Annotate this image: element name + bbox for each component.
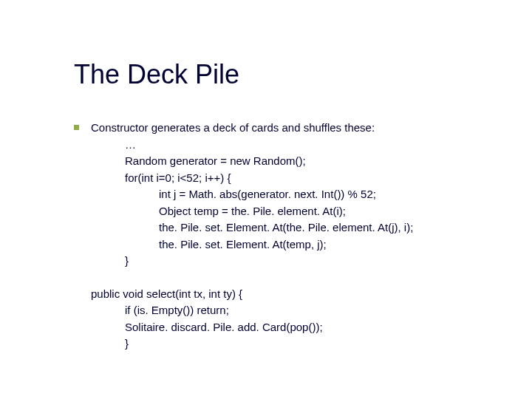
code-line: …	[91, 137, 466, 154]
slide-content: Constructor generates a deck of cards an…	[74, 120, 466, 352]
code-line: int j = Math. abs(generator. next. Int()…	[91, 186, 466, 203]
code-line: Random generator = new Random();	[91, 153, 466, 170]
slide-title: The Deck Pile	[74, 59, 466, 90]
code-line: }	[91, 335, 466, 352]
code-line: }	[91, 253, 466, 270]
code-line: if (is. Empty()) return;	[91, 302, 466, 319]
code-line: the. Pile. set. Element. At(the. Pile. e…	[91, 219, 466, 236]
bullet-text-block: Constructor generates a deck of cards an…	[91, 120, 466, 270]
code-line: for(int i=0; i<52; i++) {	[91, 170, 466, 187]
code-line: Solitaire. discard. Pile. add. Card(pop(…	[91, 319, 466, 336]
constructor-intro: Constructor generates a deck of cards an…	[91, 120, 466, 137]
bullet-item: Constructor generates a deck of cards an…	[74, 120, 466, 270]
slide: The Deck Pile Constructor generates a de…	[0, 0, 532, 352]
method-block: public void select(int tx, int ty) { if …	[74, 286, 466, 352]
code-line: public void select(int tx, int ty) {	[91, 286, 466, 303]
code-line: the. Pile. set. Element. At(temp, j);	[91, 236, 466, 253]
bullet-icon	[74, 125, 79, 130]
code-line: Object temp = the. Pile. element. At(i);	[91, 203, 466, 220]
